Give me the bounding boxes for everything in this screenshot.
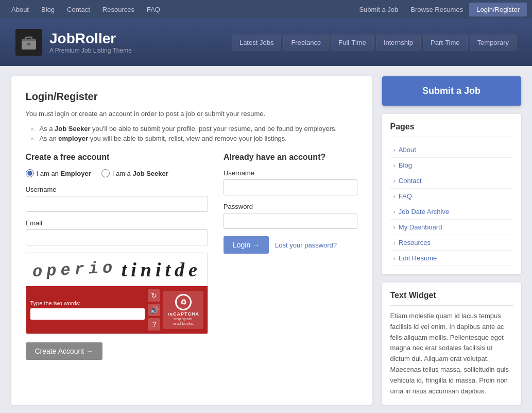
logo-area: JobRoller A Premium Job Listing Theme [15,29,132,56]
top-nav: About Blog Contact Resources FAQ Submit … [0,0,532,19]
pages-widget: Pages About Blog Contact FAQ Job Date Ar… [382,114,521,274]
employer-radio-label[interactable]: I am an Employer [26,169,91,177]
pages-link-my-dashboard[interactable]: My Dashboard [390,220,513,235]
radio-group: I am an Employer I am a Job Seeker [26,169,208,177]
pages-list-item: Contact [390,173,513,189]
pages-link-about[interactable]: About [390,142,513,157]
login-username-input[interactable] [224,179,357,195]
intro-text: You must login or create an account in o… [26,110,357,118]
pages-link-edit-resume[interactable]: Edit Resume [390,251,513,266]
text-widget-title: Text Widget [390,291,513,306]
nav-submit-job[interactable]: Submit a Job [353,2,404,18]
header-nav-parttime[interactable]: Part-Time [423,35,468,51]
recaptcha-logo: ♻ reCAPTCHA stop spam. read books. [163,291,203,329]
pages-list-item: My Dashboard [390,220,513,235]
text-widget: Text Widget Etiam molestie quam id lacus… [382,283,521,405]
page-title: Login/Register [26,91,357,103]
lost-password-link[interactable]: Lost your password? [275,241,337,249]
header-nav-freelance[interactable]: Freelance [283,35,329,51]
logo-text: JobRoller A Premium Job Listing Theme [49,30,132,54]
pages-list: About Blog Contact FAQ Job Date Archive … [390,142,513,266]
briefcase-icon [20,33,38,52]
svg-rect-2 [22,39,36,41]
create-email-field: Email [26,219,208,245]
login-username-field: Username [224,169,357,195]
captcha-word1: operio [32,258,117,281]
nav-login-register[interactable]: Login/Register [469,3,527,16]
top-nav-right: Submit a Job Browse Resumes Login/Regist… [353,2,527,18]
nav-about[interactable]: About [5,2,35,18]
sidebar: Submit a Job Pages About Blog Contact FA… [382,76,521,405]
pages-list-item: Resources [390,235,513,251]
captcha-refresh-btn[interactable]: ↻ [148,289,160,302]
content-area: Login/Register You must login or create … [11,76,372,405]
pages-widget-title: Pages [390,122,513,137]
nav-blog[interactable]: Blog [35,2,61,18]
nav-browse-resumes[interactable]: Browse Resumes [404,2,469,18]
login-username-label: Username [224,169,357,177]
svg-rect-3 [27,43,30,45]
pages-list-item: Blog [390,158,513,173]
nav-faq[interactable]: FAQ [141,2,166,18]
pages-link-contact[interactable]: Contact [390,173,513,188]
nav-contact[interactable]: Contact [61,2,96,18]
create-section-title: Create a free account [26,153,208,162]
bullet-list: As a Job Seeker you'll be able to submit… [26,125,357,142]
create-username-input[interactable] [26,196,208,212]
pages-link-faq[interactable]: FAQ [390,189,513,204]
site-title: JobRoller [49,30,132,47]
pages-link-resources[interactable]: Resources [390,235,513,250]
site-tagline: A Premium Job Listing Theme [49,47,132,54]
create-username-field: Username [26,186,208,212]
text-widget-content: Etiam molestie quam id lacus tempus faci… [390,311,513,397]
header-nav-temporary[interactable]: Temporary [470,35,517,51]
top-nav-left: About Blog Contact Resources FAQ [5,2,166,18]
jobseeker-radio-label[interactable]: I am a Job Seeker [101,169,168,177]
jobseeker-radio-text: I am a Job Seeker [112,170,168,177]
employer-bold: employer [58,135,88,142]
main-wrap: Login/Register You must login or create … [6,76,526,405]
recaptcha-circle: ♻ [175,294,192,310]
create-account-button[interactable]: Create Account → [26,342,103,360]
captcha-text: operio tinitde [32,258,201,281]
login-section-title: Already have an account? [224,153,357,162]
login-password-label: Password [224,203,357,210]
bullet-item-2: As an employer you will be able to submi… [31,135,357,142]
submit-job-button[interactable]: Submit a Job [382,76,521,106]
captcha-label: Type the two words: [30,300,145,306]
captcha-input[interactable] [30,308,145,320]
create-email-input[interactable] [26,229,208,245]
login-button[interactable]: Login → [224,236,269,254]
header-nav-internship[interactable]: Internship [376,35,421,51]
login-actions: Login → Lost your password? [224,236,357,254]
create-username-label: Username [26,186,208,193]
create-account-section: Create a free account I am an Employer I… [26,153,208,360]
captcha-help-btn[interactable]: ? [148,318,160,331]
captcha-bottom-left: Type the two words: [30,300,145,320]
nav-resources[interactable]: Resources [96,2,141,18]
job-seeker-bold: Job Seeker [55,125,90,133]
jobseeker-radio[interactable] [101,169,110,177]
captcha-widget: operio tinitde Type the two words: ↻ 🔊 ? [26,253,208,334]
captcha-icons: ↻ 🔊 ? [148,289,160,331]
pages-link-blog[interactable]: Blog [390,158,513,173]
site-header: JobRoller A Premium Job Listing Theme La… [0,19,532,66]
employer-radio[interactable] [26,169,34,177]
pages-link-job-date-archive[interactable]: Job Date Archive [390,204,513,219]
pages-list-item: Edit Resume [390,251,513,266]
captcha-image: operio tinitde [26,253,208,286]
captcha-audio-btn[interactable]: 🔊 [148,304,160,316]
header-nav-latest-jobs[interactable]: Latest Jobs [232,35,282,51]
pages-list-item: Job Date Archive [390,204,513,220]
captcha-word2: tinitde [122,258,201,281]
header-nav-fulltime[interactable]: Full-Time [331,35,374,51]
pages-list-item: About [390,142,513,158]
create-email-label: Email [26,219,208,227]
captcha-bottom: Type the two words: ↻ 🔊 ? ♻ re [26,286,208,334]
logo-icon [15,29,42,56]
login-password-input[interactable] [224,213,357,229]
login-section: Already have an account? Username Passwo… [224,153,357,360]
pages-list-item: FAQ [390,189,513,204]
form-sections: Create a free account I am an Employer I… [26,153,357,360]
login-password-field: Password [224,203,357,229]
